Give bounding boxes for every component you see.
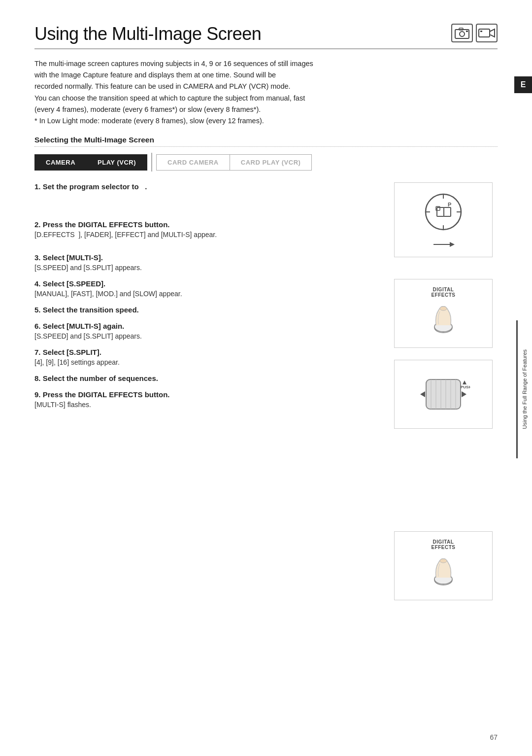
intro-line-6: * In Low Light mode: moderate (every 8 f… xyxy=(34,115,478,127)
step-1: 1. Set the program selector to . xyxy=(34,182,379,191)
mode-tab-divider xyxy=(151,153,152,172)
step-9-title: 9. Press the DIGITAL EFFECTS button. xyxy=(34,390,379,399)
step-9-desc: [MULTI-S] flashes. xyxy=(34,401,379,409)
step-8-title: 8. Select the number of sequences. xyxy=(34,374,379,382)
svg-marker-29 xyxy=(462,391,466,397)
svg-rect-4 xyxy=(479,29,490,37)
step1-arrow xyxy=(431,239,456,250)
svg-point-20 xyxy=(440,307,447,310)
step-9: 9. Press the DIGITAL EFFECTS button. [MU… xyxy=(34,390,379,409)
jog-dial-svg: PUSH xyxy=(416,370,470,419)
svg-marker-31 xyxy=(463,380,466,384)
step-8: 8. Select the number of sequences. xyxy=(34,374,379,382)
intro-text: The multi-image screen captures moving s… xyxy=(34,58,478,127)
tab-card-camera[interactable]: CARD CAMERA xyxy=(156,154,230,171)
program-selector-svg: P xyxy=(411,190,475,239)
svg-marker-5 xyxy=(490,29,495,37)
title-row: Using the Multi-Image Screen xyxy=(34,24,498,49)
step-6-desc: [S.SPEED] and [S.SPLIT] appears. xyxy=(34,332,379,340)
images-column: P DIGITALEFFECTS xyxy=(389,182,498,600)
section-divider xyxy=(34,146,498,147)
camera-icon xyxy=(454,27,470,39)
step-3: 3. Select [MULTI-S]. [S.SPEED] and [S.SP… xyxy=(34,253,379,272)
tab-card-play-vcr[interactable]: CARD PLAY (VCR) xyxy=(230,154,312,171)
svg-point-1 xyxy=(460,32,465,36)
step-3-desc: [S.SPEED] and [S.SPLIT] appears. xyxy=(34,264,379,272)
step-1-title: 1. Set the program selector to . xyxy=(34,182,379,191)
digital-effects-button-2-svg xyxy=(421,553,466,592)
step-6: 6. Select [MULTI-S] again. [S.SPEED] and… xyxy=(34,322,379,340)
digital-effects-label-2: DIGITALEFFECTS xyxy=(431,539,455,550)
intro-line-3: recorded normally. This feature can be u… xyxy=(34,81,478,92)
svg-text:P: P xyxy=(448,202,451,207)
step-6-title: 6. Select [MULTI-S] again. xyxy=(34,322,379,330)
page-title: Using the Multi-Image Screen xyxy=(34,24,261,44)
step1-image: P xyxy=(394,182,493,257)
step-4: 4. Select [S.SPEED]. [MANUAL], [FAST], [… xyxy=(34,279,379,298)
svg-rect-3 xyxy=(466,31,468,32)
intro-line-5: (every 4 frames), moderate (every 6 fram… xyxy=(34,104,478,115)
content-area: 1. Set the program selector to . 2. Pres… xyxy=(34,182,498,600)
step-5: 5. Select the transition speed. xyxy=(34,306,379,314)
tab-camera[interactable]: CAMERA xyxy=(34,154,87,171)
intro-line-2: with the Image Capture feature and displ… xyxy=(34,69,478,81)
mode-tabs: CAMERA PLAY (VCR) CARD CAMERA CARD PLAY … xyxy=(34,153,498,172)
step-7-desc: [4], [9], [16] settings appear. xyxy=(34,358,379,366)
digital-effects-label: DIGITALEFFECTS xyxy=(431,287,455,298)
step-7: 7. Select [S.SPLIT]. [4], [9], [16] sett… xyxy=(34,348,379,366)
e-label: E xyxy=(521,80,526,89)
step-4-desc: [MANUAL], [FAST], [MOD.] and [SLOW] appe… xyxy=(34,290,379,298)
title-icons xyxy=(451,24,498,42)
svg-rect-13 xyxy=(444,207,451,216)
video-icon-box xyxy=(476,24,498,42)
step-2-desc: [D.EFFECTS ], [FADER], [EFFECT] and [MUL… xyxy=(34,231,379,239)
svg-point-34 xyxy=(440,559,447,563)
step2-image: DIGITALEFFECTS xyxy=(394,279,493,348)
step-3-title: 3. Select [MULTI-S]. xyxy=(34,253,379,262)
step-4-title: 4. Select [S.SPEED]. xyxy=(34,279,379,288)
sidebar-label-text: Using the Full Range of Features xyxy=(521,349,529,429)
svg-rect-12 xyxy=(437,207,444,216)
video-camera-icon xyxy=(478,27,496,39)
svg-rect-6 xyxy=(480,31,482,32)
digital-effects-button-svg xyxy=(421,301,466,340)
step-5-title: 5. Select the transition speed. xyxy=(34,306,379,314)
step9-image: DIGITALEFFECTS xyxy=(394,531,493,600)
svg-text:PUSH: PUSH xyxy=(461,385,470,389)
page: E Using the Full Range of Features Using… xyxy=(0,0,532,756)
svg-marker-28 xyxy=(420,391,425,397)
section-heading: Selecting the Multi-Image Screen xyxy=(34,136,498,144)
tab-play-vcr[interactable]: PLAY (VCR) xyxy=(86,154,147,171)
intro-line-4: You can choose the transition speed at w… xyxy=(34,93,478,104)
page-number: 67 xyxy=(490,733,498,741)
step-2-title: 2. Press the DIGITAL EFFECTS button. xyxy=(34,220,379,229)
e-tab: E xyxy=(514,76,532,93)
step3-image: PUSH xyxy=(394,360,493,429)
sidebar-label: Using the Full Range of Features xyxy=(516,320,532,458)
step-7-title: 7. Select [S.SPLIT]. xyxy=(34,348,379,356)
steps-column: 1. Set the program selector to . 2. Pres… xyxy=(34,182,389,600)
camera-icon-box xyxy=(451,24,473,42)
svg-marker-17 xyxy=(450,242,455,247)
step-2: 2. Press the DIGITAL EFFECTS button. [D.… xyxy=(34,220,379,239)
intro-line-1: The multi-image screen captures moving s… xyxy=(34,58,478,69)
